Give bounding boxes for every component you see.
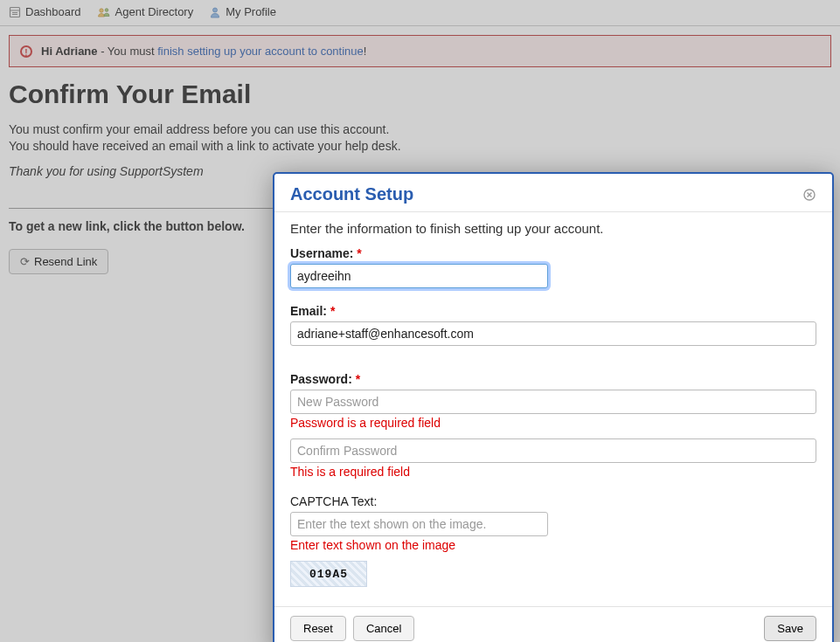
email-input[interactable] [290, 321, 816, 346]
password-label: Password: * [290, 372, 816, 386]
profile-icon [209, 6, 221, 18]
page-line1: You must confirm your email address befo… [9, 121, 831, 138]
page-line2: You should have received an email with a… [9, 138, 831, 155]
confirm-password-group: This is a required field [290, 438, 816, 479]
modal-header: Account Setup [274, 174, 832, 211]
svg-point-4 [99, 8, 102, 11]
nav-dashboard-label: Dashboard [25, 5, 81, 18]
username-group: Username: * [290, 246, 816, 288]
password-group: Password: * Password is a required field [290, 372, 816, 430]
captcha-image: 019A5 [290, 561, 367, 587]
username-input[interactable] [290, 264, 548, 288]
nav-my-profile[interactable]: My Profile [209, 5, 276, 18]
new-password-error: Password is a required field [290, 416, 816, 430]
captcha-error: Enter text shown on the image [290, 538, 816, 552]
svg-point-5 [105, 8, 108, 11]
alert-link[interactable]: finish setting up your account to contin… [157, 45, 364, 58]
captcha-label: CAPTCHA Text: [290, 494, 816, 508]
alert-greeting: Hi Adriane [41, 45, 98, 58]
nav-agent-directory-label: Agent Directory [115, 5, 194, 18]
modal-body: Username: * Email: * Password: * Passwor… [274, 236, 832, 606]
modal-title: Account Setup [290, 184, 413, 204]
alert-mid: - You must [98, 45, 158, 58]
resend-link-button[interactable]: ⟳ Resend Link [9, 249, 108, 274]
alert-banner: ! Hi Adriane - You must finish setting u… [9, 35, 831, 67]
username-label: Username: * [290, 246, 816, 260]
email-group: Email: * [290, 304, 816, 346]
cancel-button[interactable]: Cancel [353, 616, 414, 641]
account-setup-modal: Account Setup Enter the information to f… [273, 172, 834, 642]
close-icon[interactable] [802, 188, 816, 202]
required-marker: * [357, 246, 361, 260]
nav-my-profile-label: My Profile [226, 5, 276, 18]
required-marker: * [330, 304, 335, 318]
confirm-password-error: This is a required field [290, 465, 816, 479]
email-label: Email: * [290, 304, 816, 318]
nav-dashboard[interactable]: Dashboard [9, 5, 81, 18]
modal-subhead: Enter the information to finish setting … [274, 211, 832, 236]
users-icon [97, 6, 111, 18]
captcha-group: CAPTCHA Text: Enter text shown on the im… [290, 494, 816, 587]
captcha-input[interactable] [290, 512, 548, 536]
alert-icon: ! [20, 45, 32, 58]
dashboard-icon [9, 6, 21, 18]
reset-button[interactable]: Reset [290, 616, 346, 641]
required-marker: * [356, 372, 360, 386]
modal-footer: Reset Cancel Save [274, 606, 832, 642]
alert-tail: ! [364, 45, 367, 58]
svg-point-6 [213, 8, 218, 12]
page-title: Confirm Your Email [9, 79, 831, 109]
refresh-icon: ⟳ [20, 255, 30, 268]
new-password-input[interactable] [290, 390, 816, 414]
confirm-password-input[interactable] [290, 438, 816, 463]
nav-agent-directory[interactable]: Agent Directory [97, 5, 194, 18]
alert-text: Hi Adriane - You must finish setting up … [41, 45, 366, 58]
top-nav: Dashboard Agent Directory My Profile [0, 0, 840, 26]
resend-link-label: Resend Link [34, 255, 97, 268]
save-button[interactable]: Save [764, 616, 816, 641]
page-body: You must confirm your email address befo… [9, 121, 831, 180]
